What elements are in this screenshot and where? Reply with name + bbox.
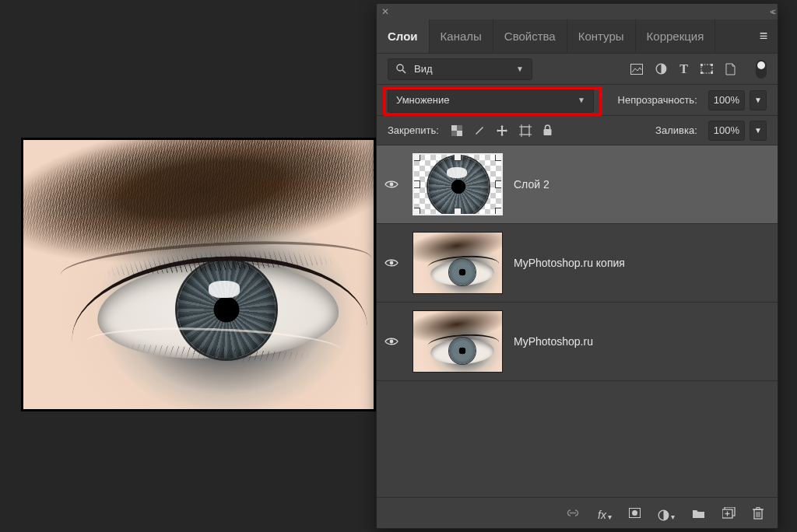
svg-rect-11 <box>457 131 462 136</box>
svg-rect-6 <box>711 64 713 66</box>
svg-point-0 <box>397 65 403 71</box>
layer-thumbnail[interactable] <box>413 232 503 294</box>
fill-value[interactable]: 100% <box>708 121 745 141</box>
visibility-toggle[interactable] <box>384 180 402 189</box>
tab-paths[interactable]: Контуры <box>567 19 636 53</box>
panel-footer: fx ▾ ▾ <box>377 497 778 528</box>
svg-rect-5 <box>700 64 703 66</box>
smart-filter-icon[interactable] <box>725 63 736 75</box>
svg-rect-10 <box>451 125 457 131</box>
chevron-down-icon: ▼ <box>516 65 524 73</box>
svg-rect-7 <box>700 72 703 74</box>
svg-rect-23 <box>543 129 551 135</box>
image-filter-icon[interactable] <box>630 64 643 75</box>
layer-name[interactable]: Слой 2 <box>514 178 549 191</box>
layer-name[interactable]: MyPhotoshop.ru копия <box>514 257 625 269</box>
layers-list: Слой 2 MyPhotoshop.ru копия MyPhotoshop.… <box>377 145 778 497</box>
svg-point-25 <box>390 261 394 265</box>
svg-rect-8 <box>711 72 713 74</box>
document-canvas[interactable] <box>21 138 376 411</box>
svg-point-26 <box>390 340 394 344</box>
layer-row[interactable]: MyPhotoshop.ru <box>377 303 778 381</box>
blend-mode-select[interactable]: Умножение ▼ <box>388 88 594 113</box>
opacity-label: Непрозрачность: <box>618 94 697 106</box>
collapse-icon[interactable]: << <box>770 8 773 16</box>
svg-rect-14 <box>521 127 529 135</box>
svg-point-24 <box>390 183 394 187</box>
lock-artboard-icon[interactable] <box>519 124 532 137</box>
tab-adjust[interactable]: Коррекция <box>636 19 716 53</box>
svg-rect-13 <box>451 131 457 136</box>
layer-row[interactable]: MyPhotoshop.ru копия <box>377 224 778 303</box>
close-icon[interactable]: ✕ <box>381 6 389 17</box>
search-icon <box>396 64 406 74</box>
svg-line-1 <box>402 70 406 73</box>
lock-all-icon[interactable] <box>542 124 553 136</box>
opacity-stepper[interactable]: ▼ <box>750 90 767 110</box>
chevron-down-icon: ▼ <box>578 96 585 104</box>
svg-rect-4 <box>701 65 712 73</box>
new-layer-icon[interactable] <box>722 507 736 519</box>
filter-toggle[interactable] <box>756 60 767 79</box>
layer-name[interactable]: MyPhotoshop.ru <box>514 335 593 348</box>
layer-thumbnail[interactable] <box>413 153 503 215</box>
fill-stepper[interactable]: ▼ <box>750 121 767 141</box>
svg-rect-12 <box>457 125 462 131</box>
trash-icon[interactable] <box>753 507 764 520</box>
shape-filter-icon[interactable] <box>700 63 713 75</box>
panel-tabs: Слои Каналы Свойства Контуры Коррекция ≡ <box>377 19 778 54</box>
chevron-down-icon: ▾ <box>671 513 675 521</box>
layer-filter-kind-label: Вид <box>414 63 433 75</box>
layer-thumbnail[interactable] <box>413 310 503 373</box>
lock-brush-icon[interactable] <box>473 124 485 136</box>
blend-mode-value: Умножение <box>396 94 449 106</box>
adjust-filter-icon[interactable] <box>655 63 667 75</box>
visibility-toggle[interactable] <box>384 337 402 346</box>
visibility-toggle[interactable] <box>384 258 402 268</box>
layers-panel: ✕ << Слои Каналы Свойства Контуры Коррек… <box>376 3 778 529</box>
opacity-value[interactable]: 100% <box>708 90 745 110</box>
tab-channels[interactable]: Каналы <box>430 19 493 53</box>
lock-label: Закрепить: <box>388 124 439 136</box>
lock-move-icon[interactable] <box>496 124 508 137</box>
chevron-down-icon: ▾ <box>608 513 612 521</box>
layer-row[interactable]: Слой 2 <box>377 145 778 224</box>
adjustment-icon[interactable] <box>658 509 669 521</box>
text-filter-icon[interactable]: T <box>679 62 688 76</box>
layer-filter-kind[interactable]: Вид ▼ <box>388 58 532 80</box>
fx-icon[interactable]: fx <box>598 509 606 521</box>
svg-rect-34 <box>757 507 760 509</box>
panel-menu-icon[interactable]: ≡ <box>750 19 778 53</box>
mask-icon[interactable] <box>629 508 641 518</box>
tab-properties[interactable]: Свойства <box>493 19 567 53</box>
tab-layers[interactable]: Слои <box>377 19 430 53</box>
fill-label: Заливка: <box>655 124 697 136</box>
group-icon[interactable] <box>692 508 705 519</box>
eye-photo <box>23 140 374 409</box>
link-icon[interactable] <box>565 509 581 517</box>
lock-pixels-icon[interactable] <box>451 125 462 136</box>
